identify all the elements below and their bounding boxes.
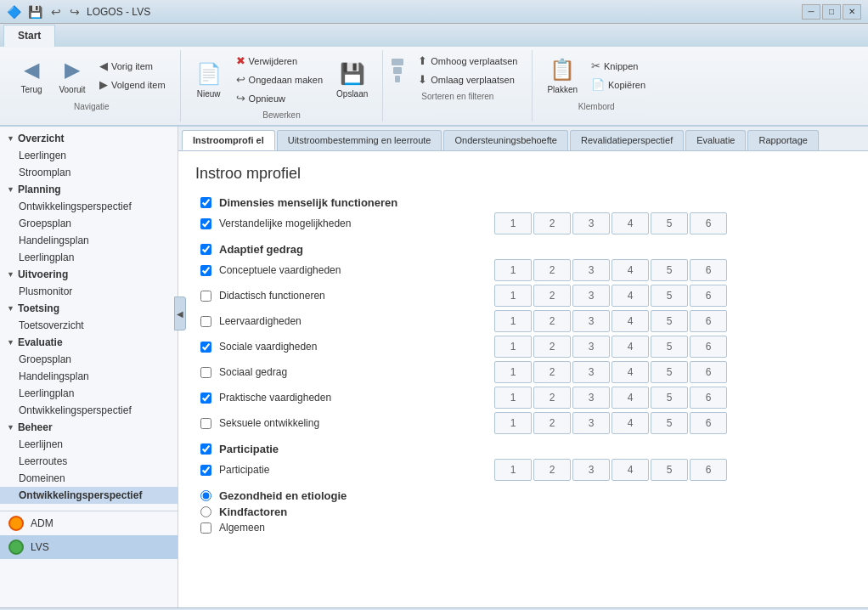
sidebar-item-handelingsplan-planning[interactable]: Handelingsplan (0, 232, 178, 249)
tab-uitstroom[interactable]: Uitstroombestemming en leerroute (277, 130, 442, 150)
scale-d6[interactable]: 6 (690, 285, 727, 307)
scale-l1[interactable]: 1 (494, 310, 532, 332)
quick-redo-icon[interactable]: ↪ (68, 3, 82, 20)
sidebar-item-groepsplan-eval[interactable]: Groepsplan (0, 351, 178, 368)
nieuw-button[interactable]: 📄 Nieuw (189, 56, 228, 103)
scale-p1[interactable]: 1 (494, 387, 532, 409)
scale-sg2[interactable]: 2 (533, 361, 571, 383)
scale-s6[interactable]: 6 (690, 336, 727, 358)
volgend-item-button[interactable]: ▶ Volgend item (93, 76, 172, 93)
omlaag-button[interactable]: ⬇ Omlaag verplaatsen (412, 71, 523, 88)
adaptief-checkbox[interactable] (200, 244, 211, 255)
sidebar-item-leerroutes[interactable]: Leerroutes (0, 453, 178, 470)
scale-se2[interactable]: 2 (533, 412, 571, 434)
seksueel-checkbox[interactable] (200, 418, 211, 429)
tab-instroomprofi el[interactable]: Instroomprofi el (182, 130, 275, 150)
scale-pa6[interactable]: 6 (690, 459, 727, 481)
scale-d4[interactable]: 4 (612, 285, 649, 307)
plakken-button[interactable]: 📋 Plakken (541, 52, 583, 99)
scale-p2[interactable]: 2 (533, 387, 571, 409)
praktisch-checkbox[interactable] (200, 393, 211, 404)
scale-c3[interactable]: 3 (572, 259, 610, 281)
algemeen-checkbox[interactable] (200, 522, 211, 534)
scale-sg4[interactable]: 4 (612, 361, 649, 383)
scale-c2[interactable]: 2 (533, 259, 571, 281)
sidebar-item-leerlingplan-planning[interactable]: Leerlingplan (0, 249, 178, 266)
sidebar-item-leerlingen[interactable]: Leerlingen (0, 147, 178, 164)
scale-sg6[interactable]: 6 (690, 361, 727, 383)
participatie-header-checkbox[interactable] (200, 443, 211, 455)
tab-evaluatie[interactable]: Evaluatie (685, 130, 746, 150)
omhoog-button[interactable]: ⬆ Omhoog verplaatsen (412, 52, 523, 70)
scale-s1[interactable]: 1 (494, 336, 532, 358)
scale-btn-3[interactable]: 3 (572, 212, 610, 234)
scale-btn-2[interactable]: 2 (533, 212, 571, 234)
scale-se1[interactable]: 1 (494, 412, 532, 434)
dimensies-checkbox-cell[interactable] (195, 197, 216, 208)
sidebar-item-leerlingplan-eval[interactable]: Leerlingplan (0, 385, 178, 402)
scale-d5[interactable]: 5 (651, 285, 688, 307)
tab-rapportage[interactable]: Rapportage (747, 130, 819, 150)
algemeen-checkbox-cell[interactable] (195, 522, 216, 534)
participatie-row-checkbox[interactable] (200, 465, 211, 476)
scale-se6[interactable]: 6 (690, 412, 727, 434)
scale-se4[interactable]: 4 (612, 412, 649, 434)
scale-d3[interactable]: 3 (572, 285, 610, 307)
didactisch-checkbox-cell[interactable] (195, 291, 216, 302)
scale-pa1[interactable]: 1 (494, 459, 532, 481)
sociaal-checkbox[interactable] (200, 342, 211, 353)
scale-c6[interactable]: 6 (690, 259, 727, 281)
sociaal-checkbox-cell[interactable] (195, 342, 216, 353)
scale-sg3[interactable]: 3 (572, 361, 610, 383)
sidebar-collapse-button[interactable]: ◀ (174, 297, 186, 330)
sidebar-section-evaluatie[interactable]: ▼ Evaluatie (0, 334, 178, 351)
scale-pa4[interactable]: 4 (612, 459, 649, 481)
vooruit-button[interactable]: ▶ Vooruit (53, 52, 92, 99)
scale-p4[interactable]: 4 (612, 387, 649, 409)
sidebar-section-beheer[interactable]: ▼ Beheer (0, 419, 178, 436)
kindfactoren-radio-cell[interactable] (195, 506, 216, 517)
sidebar-section-uitvoering[interactable]: ▼ Uitvoering (0, 266, 178, 283)
close-button[interactable]: ✕ (843, 4, 861, 20)
participatie-row-checkbox-cell[interactable] (195, 465, 216, 476)
conceptueel-checkbox[interactable] (200, 265, 211, 276)
scale-se5[interactable]: 5 (651, 412, 688, 434)
scale-se3[interactable]: 3 (572, 412, 610, 434)
scale-l6[interactable]: 6 (690, 310, 727, 332)
minimize-button[interactable]: ─ (802, 4, 820, 20)
quick-save-icon[interactable]: 💾 (26, 3, 44, 20)
leervaardigheden-checkbox[interactable] (200, 316, 211, 327)
scale-l3[interactable]: 3 (572, 310, 610, 332)
scale-s3[interactable]: 3 (572, 336, 610, 358)
scale-d2[interactable]: 2 (533, 285, 571, 307)
knippen-button[interactable]: ✂ Knippen (585, 57, 651, 75)
tab-ondersteuning[interactable]: Ondersteuningsbehoefte (443, 130, 567, 150)
opnieuw-button[interactable]: ↪ Opnieuw (230, 89, 329, 107)
scale-p5[interactable]: 5 (651, 387, 688, 409)
tab-revalidatie[interactable]: Revalidatieperspectief (570, 130, 684, 150)
sidebar-section-overzicht[interactable]: ▼ Overzicht (0, 130, 178, 147)
scale-pa2[interactable]: 2 (533, 459, 571, 481)
sidebar-item-plusmonitor[interactable]: Plusmonitor (0, 283, 178, 300)
sociaalgedrag-checkbox[interactable] (200, 367, 211, 378)
scale-l5[interactable]: 5 (651, 310, 688, 332)
sidebar-item-groepsplan-planning[interactable]: Groepsplan (0, 215, 178, 232)
seksueel-checkbox-cell[interactable] (195, 418, 216, 429)
sociaalgedrag-checkbox-cell[interactable] (195, 367, 216, 378)
scale-d1[interactable]: 1 (494, 285, 532, 307)
sidebar-item-toetsoverzicht[interactable]: Toetsoverzicht (0, 317, 178, 334)
verstandelijk-checkbox-cell[interactable] (195, 218, 216, 229)
quick-undo-icon[interactable]: ↩ (49, 3, 63, 20)
verstandelijk-checkbox[interactable] (200, 218, 211, 229)
leervaardigheden-checkbox-cell[interactable] (195, 316, 216, 327)
scale-s2[interactable]: 2 (533, 336, 571, 358)
user-adm[interactable]: ADM (0, 511, 178, 535)
gezondheid-radio-cell[interactable] (195, 490, 216, 501)
kindfactoren-radio[interactable] (200, 506, 211, 517)
user-lvs[interactable]: LVS (0, 535, 178, 559)
praktisch-checkbox-cell[interactable] (195, 393, 216, 404)
sidebar-item-handelingsplan-eval[interactable]: Handelingsplan (0, 368, 178, 385)
participatie-checkbox-cell[interactable] (195, 443, 216, 455)
ongedaan-button[interactable]: ↩ Ongedaan maken (230, 71, 329, 88)
scale-c5[interactable]: 5 (651, 259, 688, 281)
